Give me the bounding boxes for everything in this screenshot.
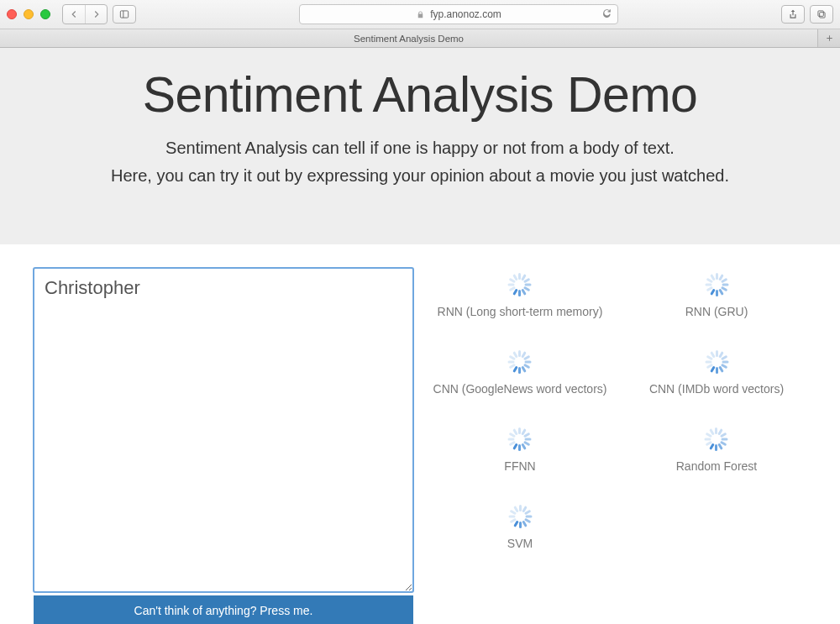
model-label: RNN (GRU): [685, 305, 748, 318]
suggest-button[interactable]: Can't think of anything? Press me.: [34, 595, 413, 624]
hero-subtitle-1: Sentiment Analysis can tell if one is ha…: [34, 139, 806, 158]
model-cell: RNN (Long short-term memory): [438, 273, 603, 318]
svg-rect-0: [120, 11, 128, 18]
loading-spinner-icon: [705, 273, 728, 296]
chevron-left-icon: [68, 8, 80, 20]
model-cell: SVM: [507, 505, 533, 550]
tab-title: Sentiment Analysis Demo: [354, 34, 464, 44]
loading-spinner-icon: [705, 350, 728, 374]
tabs-button[interactable]: [810, 5, 833, 24]
reload-icon: [601, 8, 612, 18]
chevron-right-icon: [91, 8, 102, 20]
reload-button[interactable]: [601, 8, 612, 21]
models-column-right: RNN (GRU)CNN (IMDb word vectors)Random F…: [627, 268, 806, 624]
svg-rect-3: [820, 13, 825, 18]
address-bar[interactable]: fyp.anonoz.com: [299, 4, 618, 24]
share-icon: [787, 8, 799, 20]
sidebar-button[interactable]: [113, 5, 136, 24]
close-window-button[interactable]: [7, 9, 17, 19]
plus-icon: [825, 34, 834, 43]
back-button[interactable]: [63, 5, 85, 24]
svg-rect-2: [818, 11, 823, 16]
model-cell: FFNN: [504, 427, 535, 473]
address-bar-area: fyp.anonoz.com: [141, 4, 776, 24]
model-cell: RNN (GRU): [685, 273, 748, 318]
models-panel: RNN (Long short-term memory)CNN (GoogleN…: [430, 268, 806, 624]
model-cell: CNN (IMDb word vectors): [649, 350, 784, 396]
model-label: CNN (GoogleNews word vectors): [433, 382, 607, 396]
review-textarea[interactable]: [34, 268, 413, 592]
model-cell: CNN (GoogleNews word vectors): [433, 350, 607, 396]
window-controls: [7, 9, 50, 19]
model-label: FFNN: [504, 459, 535, 473]
browser-toolbar: fyp.anonoz.com: [0, 0, 840, 29]
loading-spinner-icon: [508, 350, 532, 374]
browser-chrome: fyp.anonoz.com Sentiment Analysis Demo: [0, 0, 840, 48]
model-cell: Random Forest: [676, 427, 757, 473]
loading-spinner-icon: [508, 505, 532, 528]
tab-bar: Sentiment Analysis Demo: [0, 29, 840, 47]
input-column: Can't think of anything? Press me.: [34, 268, 413, 624]
hero-subtitle-2: Here, you can try it out by expressing y…: [34, 166, 806, 186]
maximize-window-button[interactable]: [40, 9, 50, 19]
model-label: SVM: [507, 537, 533, 550]
loading-spinner-icon: [508, 427, 532, 451]
model-label: Random Forest: [676, 459, 757, 473]
hero-section: Sentiment Analysis Demo Sentiment Analys…: [0, 48, 840, 244]
sidebar-icon: [118, 8, 130, 20]
new-tab-button[interactable]: [818, 29, 840, 47]
browser-tab[interactable]: Sentiment Analysis Demo: [0, 29, 818, 47]
loading-spinner-icon: [508, 273, 532, 296]
model-label: CNN (IMDb word vectors): [649, 382, 784, 396]
nav-back-forward-group: [62, 4, 108, 24]
loading-spinner-icon: [705, 427, 728, 451]
forward-button[interactable]: [85, 5, 107, 24]
share-button[interactable]: [781, 5, 805, 24]
model-label: RNN (Long short-term memory): [438, 305, 603, 318]
tabs-icon: [816, 8, 827, 20]
minimize-window-button[interactable]: [24, 9, 34, 19]
main-content: Can't think of anything? Press me. RNN (…: [0, 244, 840, 624]
lock-icon: [416, 10, 425, 19]
models-column-left: RNN (Long short-term memory)CNN (GoogleN…: [430, 268, 610, 624]
page-title: Sentiment Analysis Demo: [34, 66, 806, 123]
address-bar-url: fyp.anonoz.com: [430, 8, 501, 20]
